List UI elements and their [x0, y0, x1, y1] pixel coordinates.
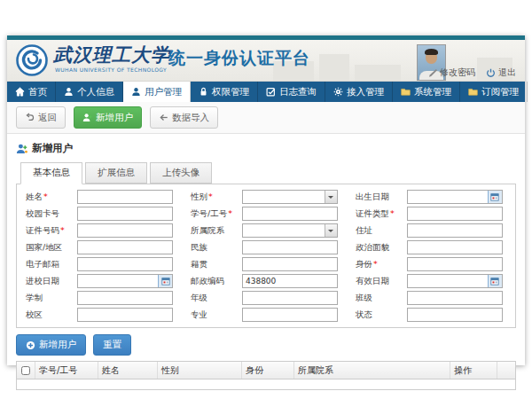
col-header-identity: 身份: [242, 362, 294, 379]
birth-date-input[interactable]: [407, 190, 503, 204]
university-logo-icon: [16, 44, 48, 76]
back-button-label: 返回: [38, 112, 57, 124]
native-place-input[interactable]: [242, 257, 338, 271]
data-import-button[interactable]: 数据导入: [150, 106, 218, 129]
nav-item-access-management[interactable]: 接入管理: [325, 82, 393, 102]
back-button[interactable]: 返回: [16, 106, 66, 129]
nav-item-permission-management[interactable]: 权限管理: [191, 82, 258, 102]
postal-code-input[interactable]: 438800: [242, 274, 338, 288]
form-row: 校园卡号 学号/工号* 证件类型*: [19, 207, 513, 221]
submit-add-user-label: 新增用户: [39, 339, 76, 351]
education-length-input[interactable]: [77, 291, 173, 305]
tab-extended-info[interactable]: 扩展信息: [85, 162, 147, 184]
add-user-toolbar-button[interactable]: 新增用户: [74, 106, 142, 129]
calendar-icon: [490, 192, 499, 201]
avatar-head: [426, 51, 437, 64]
grade-input[interactable]: [242, 291, 338, 305]
address-input[interactable]: [407, 223, 503, 238]
enrollment-date-input[interactable]: [77, 274, 173, 288]
empty-table-row: [17, 379, 515, 390]
department-field: 所属院系: [184, 223, 348, 238]
content-area: 新增用户 基本信息 扩展信息 上传头像 姓名* 性别* 出生日期 校园卡号: [7, 134, 525, 390]
certificate-type-input[interactable]: [407, 207, 503, 221]
form-rows: 姓名* 性别* 出生日期 校园卡号 学号/工号*: [19, 190, 513, 322]
student-worker-id-input[interactable]: [242, 207, 338, 221]
gear-icon: [333, 87, 343, 97]
import-arrow-icon: [159, 113, 168, 122]
name-field: 姓名*: [19, 190, 184, 204]
tab-basic-info[interactable]: 基本信息: [20, 162, 82, 184]
logout-link[interactable]: 退出: [486, 66, 516, 79]
col-header-department: 所属院系: [294, 362, 450, 379]
status-field: 状态: [348, 308, 513, 322]
status-input[interactable]: [407, 308, 503, 322]
department-dropdown-button[interactable]: [325, 224, 337, 237]
calendar-icon: [490, 277, 499, 286]
section-title-label: 新增用户: [32, 142, 73, 155]
tab-upload-avatar[interactable]: 上传头像: [150, 162, 212, 184]
campus-card-number-field: 校园卡号: [19, 207, 184, 221]
major-input[interactable]: [242, 308, 338, 322]
certificate-type-field: 证件类型*: [348, 207, 513, 221]
nav-item-home[interactable]: 首页: [7, 82, 56, 102]
header-links: 修改密码 退出: [427, 66, 516, 79]
class-input[interactable]: [407, 291, 503, 305]
select-all-checkbox[interactable]: [21, 366, 30, 375]
enrollment-date-calendar-button[interactable]: [158, 275, 172, 287]
col-header-gender: 性别: [158, 362, 242, 379]
major-field: 专业: [184, 308, 348, 322]
tab-bar: 基本信息 扩展信息 上传头像: [20, 162, 516, 184]
folder-icon: [468, 87, 478, 97]
submit-add-user-button[interactable]: 新增用户: [16, 334, 86, 356]
department-input[interactable]: [242, 223, 338, 238]
identity-input[interactable]: [407, 257, 503, 271]
political-status-input[interactable]: [407, 240, 503, 254]
power-icon: [486, 68, 496, 78]
nav-item-system-management[interactable]: 系统管理: [393, 82, 460, 102]
main-nav: 首页 个人信息 用户管理 权限管理 日志查询 接入管理 系统管理 订阅管理: [7, 82, 525, 102]
form-row: 国家/地区 民族 政治面貌: [19, 240, 513, 254]
address-field: 住址: [348, 223, 513, 238]
logout-label: 退出: [498, 66, 516, 79]
nav-item-personal-info[interactable]: 个人信息: [56, 82, 123, 102]
pencil-icon: [427, 68, 437, 78]
home-icon: [15, 87, 25, 97]
form-row: 证件号码* 所属院系 住址: [19, 223, 513, 238]
col-header-operation: 操作: [450, 362, 497, 379]
reset-button[interactable]: 重置: [93, 334, 131, 356]
email-input[interactable]: [77, 257, 173, 271]
campus-card-number-input[interactable]: [77, 207, 173, 221]
country-region-field: 国家/地区: [19, 240, 184, 254]
valid-date-input[interactable]: [407, 274, 503, 288]
ethnicity-input[interactable]: [242, 240, 338, 254]
header: 武汉理工大学 WUHAN UNIVERSITY OF TECHNOLOGY 统一…: [7, 40, 525, 82]
platform-title: 统一身份认证平台: [168, 47, 310, 70]
checklist-icon: [266, 87, 276, 97]
add-user-icon: [16, 143, 27, 154]
gender-field: 性别*: [184, 190, 348, 204]
calendar-icon: [161, 277, 170, 286]
campus-input[interactable]: [77, 308, 173, 322]
back-arrow-icon: [25, 113, 35, 122]
change-password-link[interactable]: 修改密码: [427, 66, 475, 79]
nav-item-subscription-management[interactable]: 订阅管理: [460, 82, 528, 102]
university-name-cn: 武汉理工大学: [53, 43, 170, 67]
change-password-label: 修改密码: [440, 66, 475, 79]
folder-icon: [401, 87, 411, 97]
ethnicity-field: 民族: [184, 240, 348, 254]
nav-item-log-query[interactable]: 日志查询: [258, 82, 325, 102]
th-filler: [497, 362, 516, 379]
country-region-input[interactable]: [77, 240, 173, 254]
col-header-name: 姓名: [98, 362, 158, 379]
nav-item-user-management[interactable]: 用户管理: [123, 82, 191, 102]
user-icon: [131, 87, 141, 97]
name-input[interactable]: [77, 190, 173, 204]
user-icon: [64, 87, 74, 97]
valid-date-calendar-button[interactable]: [488, 275, 502, 287]
certificate-number-input[interactable]: [77, 223, 173, 238]
gender-dropdown-button[interactable]: [325, 191, 337, 203]
class-field: 班级: [348, 291, 513, 305]
gender-input[interactable]: [242, 190, 338, 204]
birth-date-calendar-button[interactable]: [488, 191, 502, 203]
political-status-field: 政治面貌: [348, 240, 513, 254]
